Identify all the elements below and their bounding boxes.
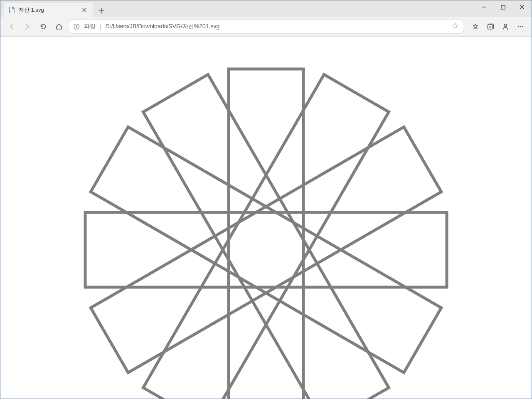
forward-button[interactable]: [20, 20, 34, 34]
toolbar: 파일 | D:/Users/JB/Downloads/SVG/자산%201.sv…: [0, 17, 532, 37]
svg-point-4: [504, 24, 507, 27]
svg-point-5: [518, 26, 519, 27]
address-bar[interactable]: 파일 | D:/Users/JB/Downloads/SVG/자산%201.sv…: [68, 20, 464, 34]
favorites-button[interactable]: [468, 20, 483, 34]
profile-button[interactable]: [498, 20, 512, 34]
svg-rect-0: [501, 5, 505, 9]
tab-title: 자산 1.svg: [19, 6, 44, 14]
home-button[interactable]: [52, 20, 66, 34]
svg-point-6: [520, 26, 521, 27]
file-icon: [9, 7, 15, 13]
rosette-rect-30: [91, 127, 441, 373]
rosette-rect-60: [143, 74, 389, 399]
browser-window: 자산 1.svg: [0, 0, 532, 399]
svg-rosette: [79, 63, 453, 399]
window-close-button[interactable]: [512, 0, 532, 14]
more-button[interactable]: [513, 20, 527, 34]
refresh-button[interactable]: [36, 20, 50, 34]
page-viewport: [0, 37, 532, 399]
url-scheme-label: 파일: [84, 23, 96, 30]
url-separator: |: [100, 23, 101, 30]
new-tab-button[interactable]: [95, 5, 108, 17]
tab-close-button[interactable]: [81, 7, 88, 13]
toolbar-right-icons: [468, 20, 527, 34]
rosette-rect-150: [91, 127, 441, 373]
svg-point-2: [76, 25, 77, 26]
tab-strip: 자산 1.svg: [0, 0, 532, 17]
window-maximize-button[interactable]: [493, 0, 512, 14]
svg-point-7: [522, 26, 523, 27]
window-minimize-button[interactable]: [474, 0, 493, 14]
rosette-rect-0: [85, 212, 447, 287]
bookmark-star-icon[interactable]: [452, 22, 459, 31]
tab-active[interactable]: 자산 1.svg: [4, 3, 93, 17]
url-path: D:/Users/JB/Downloads/SVG/자산%201.svg: [106, 23, 220, 30]
info-icon: [73, 23, 80, 30]
window-controls: [474, 0, 532, 14]
rosette-rect-90: [229, 69, 303, 399]
collections-button[interactable]: [483, 20, 498, 34]
rosette-rect-120: [143, 74, 389, 399]
back-button[interactable]: [5, 20, 19, 34]
